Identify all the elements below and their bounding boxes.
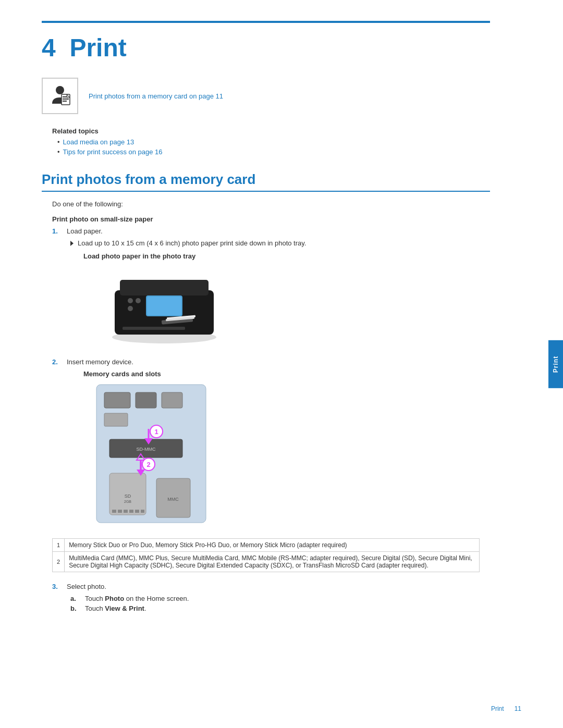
sub-step-b-label: b. (70, 604, 80, 612)
printer-svg (94, 264, 235, 348)
person-doc-icon (47, 83, 73, 109)
printer-icon-box (42, 78, 78, 114)
chapter-number: 4 (42, 34, 56, 61)
svg-rect-19 (136, 392, 156, 408)
footer-page-number: 11 (515, 705, 521, 712)
svg-text:MMC: MMC (167, 497, 179, 502)
image-caption-2: Memory cards and slots (83, 370, 490, 378)
page-container: 4 Print Print photo (0, 0, 563, 728)
subsection-heading: Print photo on small-size paper (52, 215, 490, 223)
related-topic-link-2[interactable]: Tips for print success on page 16 (63, 148, 163, 156)
side-tab: Print (548, 340, 563, 388)
step-2-text: Insert memory device. (67, 358, 133, 366)
page-footer: Print 11 (491, 705, 521, 712)
step-1-number: 1. (52, 227, 62, 235)
svg-text:1: 1 (154, 428, 158, 436)
svg-text:SD: SD (125, 493, 131, 499)
related-topic-item-1: Load media on page 13 (57, 138, 490, 146)
svg-rect-4 (63, 101, 67, 102)
svg-rect-33 (124, 510, 128, 513)
sub-step-b: b. Touch View & Print. (70, 604, 490, 612)
section-heading: Print photos from a memory card (42, 171, 490, 192)
sub-step-a-label: a. (70, 595, 80, 602)
sub-step-b-text: Touch View & Print. (85, 604, 146, 612)
svg-rect-31 (112, 510, 116, 513)
svg-point-14 (128, 298, 133, 303)
svg-point-16 (136, 298, 141, 303)
footnote-table: 1 Memory Stick Duo or Pro Duo, Memory St… (52, 538, 480, 572)
svg-text:SD-MMC: SD-MMC (137, 447, 156, 452)
svg-rect-34 (129, 510, 133, 513)
printer-image (94, 264, 235, 348)
chapter-name: Print (69, 34, 126, 61)
svg-rect-36 (141, 510, 144, 513)
main-content: 4 Print Print photo (0, 0, 532, 728)
svg-rect-10 (147, 297, 181, 315)
svg-rect-8 (123, 327, 185, 330)
do-one-text: Do one of the following: (52, 200, 490, 208)
step-1-text: Load paper. (67, 227, 103, 235)
svg-point-0 (56, 86, 64, 94)
svg-rect-21 (104, 413, 128, 426)
footer-chapter-label: Print (491, 705, 504, 712)
step-3-number: 3. (52, 583, 62, 590)
related-topic-item-2: Tips for print success on page 16 (57, 148, 490, 156)
footnote-row-2: 2 MultiMedia Card (MMC), MMC Plus, Secur… (53, 552, 480, 572)
svg-rect-20 (162, 392, 182, 408)
intro-link[interactable]: Print photos from a memory card on page … (89, 92, 223, 100)
related-topics-list: Load media on page 13 Tips for print suc… (52, 138, 490, 156)
memory-card-svg: SD-MMC 1 SD 2GB (94, 382, 214, 528)
related-topics: Related topics Load media on page 13 Tip… (52, 127, 490, 156)
svg-point-15 (128, 306, 133, 311)
footnote-row-1: 1 Memory Stick Duo or Pro Duo, Memory St… (53, 539, 480, 552)
chapter-header: 4 Print (42, 21, 490, 62)
svg-text:2GB: 2GB (124, 500, 131, 503)
intro-section: Print photos from a memory card on page … (42, 78, 490, 114)
svg-rect-18 (104, 392, 130, 408)
related-topics-title: Related topics (52, 127, 490, 135)
footnote-text-1: Memory Stick Duo or Pro Duo, Memory Stic… (65, 539, 480, 552)
sub-step-b-bold: View & Print (105, 604, 144, 612)
chapter-title: 4 Print (42, 33, 490, 62)
image-caption-1: Load photo paper in the photo tray (83, 252, 490, 260)
sub-step-a: a. Touch Photo on the Home screen. (70, 595, 490, 602)
triangle-text-1: Load up to 10 x 15 cm (4 x 6 inch) photo… (78, 239, 306, 247)
step-3: 3. Select photo. (52, 583, 490, 590)
triangle-bullet-icon (70, 241, 74, 246)
step-1: 1. Load paper. (52, 227, 490, 235)
svg-rect-32 (118, 510, 122, 513)
footnote-num-2: 2 (53, 552, 65, 572)
memory-card-image: SD-MMC 1 SD 2GB (94, 382, 214, 528)
step-2: 2. Insert memory device. (52, 358, 490, 366)
side-tab-label: Print (552, 355, 559, 372)
step-2-number: 2. (52, 358, 62, 366)
svg-text:2: 2 (146, 461, 150, 468)
step-3-text: Select photo. (67, 583, 106, 590)
footnote-num-1: 1 (53, 539, 65, 552)
related-topic-link-1[interactable]: Load media on page 13 (63, 138, 134, 146)
triangle-item-1: Load up to 10 x 15 cm (4 x 6 inch) photo… (70, 239, 490, 247)
sub-step-a-bold: Photo (105, 595, 124, 602)
svg-rect-3 (63, 98, 69, 100)
svg-rect-35 (135, 510, 139, 513)
sub-step-a-text: Touch Photo on the Home screen. (85, 595, 189, 602)
footnote-text-2: MultiMedia Card (MMC), MMC Plus, Secure … (65, 552, 480, 572)
svg-rect-7 (120, 280, 209, 295)
